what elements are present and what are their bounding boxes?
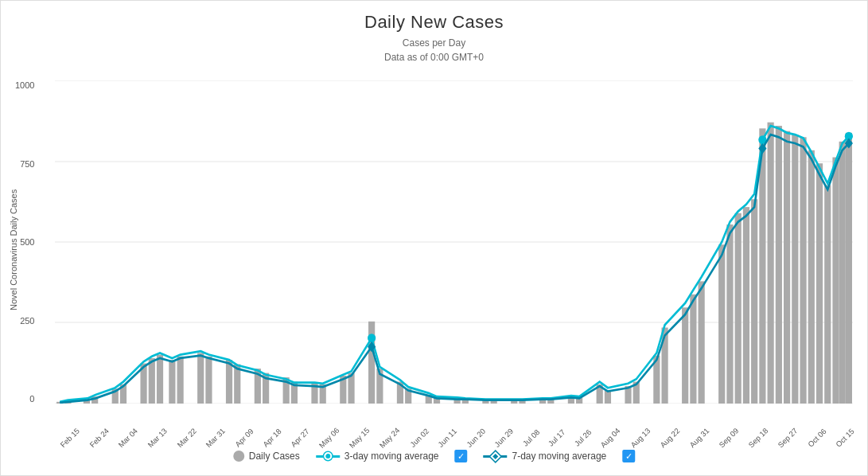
- daily-cases-icon: [233, 451, 244, 462]
- x-label-aug13: Aug 13: [629, 426, 652, 449]
- x-label-apr09: Apr 09: [233, 427, 255, 449]
- daily-cases-label: Daily Cases: [249, 451, 300, 462]
- x-label-aug31: Aug 31: [687, 426, 710, 449]
- x-label-jun20: Jun 20: [465, 427, 487, 449]
- three-day-line-icon: [316, 455, 340, 458]
- svg-rect-69: [846, 133, 852, 404]
- x-label-jul26: Jul 26: [573, 427, 594, 448]
- chart-container: Daily New Cases Cases per Day Data as of…: [0, 0, 868, 476]
- svg-rect-16: [197, 353, 204, 404]
- x-label-mar31: Mar 31: [204, 427, 228, 450]
- svg-rect-63: [800, 137, 806, 404]
- seven-day-label: 7-day moving average: [512, 451, 607, 462]
- x-label-apr18: Apr 18: [261, 427, 283, 449]
- x-axis-labels: Feb 15 Feb 24 Mar 04 Mar 13 Mar 22 Mar 3…: [55, 430, 853, 443]
- svg-rect-12: [149, 358, 155, 404]
- svg-rect-64: [808, 150, 815, 404]
- svg-rect-66: [824, 185, 831, 404]
- x-label-may15: May 15: [348, 426, 372, 450]
- x-label-jun11: Jun 11: [436, 427, 458, 449]
- svg-rect-56: [743, 207, 749, 404]
- svg-rect-14: [169, 360, 175, 404]
- x-label-jul08: Jul 08: [521, 427, 542, 448]
- svg-rect-62: [792, 135, 798, 404]
- chart-area: 1000 750 500 250 0 Feb 15 Feb 24 Mar 04 …: [55, 80, 853, 404]
- x-label-sep18: Sep 18: [747, 426, 770, 449]
- x-label-aug22: Aug 22: [658, 426, 681, 449]
- x-label-apr27: Apr 27: [289, 427, 311, 449]
- seven-day-checkbox2-icon[interactable]: ✓: [622, 450, 635, 462]
- three-day-label: 3-day moving average: [344, 451, 439, 462]
- y-tick-250: 250: [20, 316, 34, 326]
- x-label-mar22: Mar 22: [175, 427, 198, 450]
- legend-daily-cases: Daily Cases: [233, 451, 300, 462]
- seven-day-checkbox-icon[interactable]: ✓: [455, 450, 468, 462]
- x-label-may06: May 06: [317, 426, 341, 450]
- x-label-oct06: Oct 06: [806, 427, 828, 449]
- x-label-feb15: Feb 15: [58, 427, 81, 450]
- svg-rect-53: [718, 244, 725, 404]
- svg-rect-59: [768, 123, 774, 404]
- svg-rect-17: [205, 357, 212, 404]
- svg-rect-13: [157, 355, 163, 404]
- x-label-sep09: Sep 09: [717, 426, 740, 449]
- y-tick-1000: 1000: [15, 80, 34, 90]
- svg-rect-67: [832, 158, 839, 404]
- chart-legend: Daily Cases 3-day moving average ✓ 7-day…: [233, 450, 636, 462]
- x-label-may24: May 24: [378, 426, 402, 450]
- x-label-feb24: Feb 24: [88, 427, 111, 450]
- x-label-aug04: Aug 04: [599, 426, 622, 449]
- x-label-jul17: Jul 17: [547, 427, 567, 448]
- svg-rect-68: [839, 142, 846, 404]
- three-day-dot-icon: [324, 452, 332, 460]
- y-tick-500: 500: [20, 237, 34, 247]
- y-tick-750: 750: [20, 159, 34, 169]
- seven-day-diamond-icon: [490, 451, 500, 462]
- svg-rect-55: [735, 213, 741, 404]
- x-label-mar13: Mar 13: [146, 427, 169, 450]
- x-label-jun02: Jun 02: [408, 427, 430, 449]
- x-label-oct15: Oct 15: [834, 427, 856, 449]
- svg-rect-60: [776, 126, 782, 404]
- svg-rect-54: [726, 224, 733, 404]
- x-label-sep27: Sep 27: [777, 426, 800, 449]
- svg-rect-50: [682, 307, 688, 404]
- y-tick-0: 0: [29, 394, 34, 404]
- x-label-jun29: Jun 29: [493, 427, 516, 449]
- legend-3day: 3-day moving average: [316, 451, 439, 462]
- svg-rect-49: [661, 328, 668, 404]
- svg-rect-57: [751, 199, 757, 404]
- svg-rect-15: [177, 357, 184, 404]
- legend-7day: 7-day moving average: [484, 451, 607, 462]
- chart-subtitle: Cases per Day Data as of 0:00 GMT+0: [1, 36, 867, 64]
- chart-svg: [55, 80, 853, 404]
- svg-rect-65: [816, 163, 823, 404]
- svg-rect-51: [690, 295, 696, 404]
- svg-rect-18: [226, 360, 232, 404]
- x-label-mar04: Mar 04: [117, 427, 140, 450]
- y-axis-labels: 1000 750 500 250 0: [15, 80, 34, 404]
- svg-rect-52: [699, 281, 705, 404]
- seven-day-line-icon: [484, 455, 508, 458]
- svg-point-70: [368, 334, 376, 342]
- svg-rect-61: [784, 131, 790, 404]
- legend-7day-checkbox2[interactable]: ✓: [622, 450, 635, 462]
- chart-title: Daily New Cases: [1, 1, 867, 33]
- legend-7day-checkbox[interactable]: ✓: [455, 450, 468, 462]
